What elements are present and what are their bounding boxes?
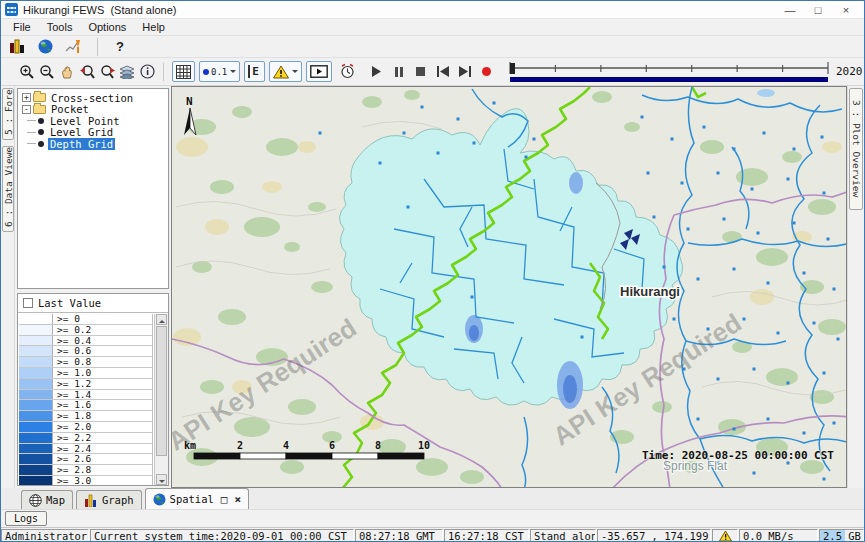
tab-data-viewer[interactable]: 6 : Data Viewer <box>2 146 14 232</box>
menu-help[interactable]: Help <box>134 19 173 35</box>
app-logo-icon <box>5 3 18 16</box>
layers-icon[interactable] <box>117 61 137 83</box>
title-bar: Hikurangi FEWS (Stand alone) — □ × <box>1 1 864 19</box>
tree-expander-icon[interactable]: - <box>22 105 31 114</box>
menu-file[interactable]: File <box>5 19 39 35</box>
pan-hand-icon[interactable] <box>57 61 77 83</box>
warning-icon <box>273 65 289 79</box>
panel-close-icon[interactable]: × <box>234 493 241 506</box>
legend-row-label: >= 1.4 <box>53 390 91 400</box>
tab-spatial[interactable]: Spatial □ × <box>145 488 250 509</box>
legend-row-label: >= 1.6 <box>53 400 91 410</box>
help-icon[interactable]: ? <box>112 39 128 54</box>
timeline-slider[interactable] <box>508 61 830 83</box>
last-value-label: Last Value <box>38 297 101 309</box>
svg-text:6: 6 <box>329 440 335 451</box>
legend-color-swatch <box>19 454 53 464</box>
right-tab-strip: 3 : Plot Overview <box>847 86 864 488</box>
contour-interval-dropdown[interactable]: 0.1 <box>199 61 240 82</box>
status-warning-icon <box>719 530 732 542</box>
legend-color-swatch <box>19 465 53 475</box>
record-button[interactable] <box>476 61 498 83</box>
legend-row-label: >= 3.0 <box>53 476 91 485</box>
legend-color-swatch <box>19 444 53 454</box>
legend-color-swatch <box>19 476 53 485</box>
zoom-out-icon[interactable] <box>37 61 57 83</box>
tree-item-pocket[interactable]: -Pocket <box>22 104 168 116</box>
logs-button[interactable]: Logs <box>5 511 47 526</box>
legend-row-label: >= 2.8 <box>53 465 91 475</box>
legend-color-swatch <box>19 357 53 367</box>
tree-item-label: Level Point <box>48 115 122 127</box>
legend-e-icon: E <box>248 65 261 78</box>
folder-icon <box>33 93 46 102</box>
tab-map[interactable]: Map <box>21 490 73 509</box>
info-icon[interactable] <box>137 61 157 83</box>
tree-expander-icon[interactable]: + <box>22 93 31 102</box>
status-cell-3: 16:27:18 CST <box>444 529 529 542</box>
maximize-button[interactable]: □ <box>804 2 832 18</box>
legend-row: >= 2.2 <box>19 433 152 444</box>
legend-list: >= 0>= 0.2>= 0.4>= 0.6>= 0.8>= 1.0>= 1.2… <box>19 314 153 485</box>
skip-first-button[interactable] <box>432 61 454 83</box>
menu-tools[interactable]: Tools <box>39 19 81 35</box>
menu-bar: File Tools Options Help <box>1 19 864 36</box>
zoom-next-icon[interactable] <box>97 61 117 83</box>
scroll-thumb[interactable] <box>156 326 167 456</box>
menu-options[interactable]: Options <box>80 19 134 35</box>
logs-row: Logs <box>1 510 864 528</box>
legend-scrollbar[interactable] <box>154 314 168 485</box>
warning-dropdown-button[interactable] <box>269 61 302 82</box>
spatial-display-icon[interactable] <box>35 36 55 58</box>
tree-item-label: Cross-section <box>49 92 135 104</box>
timeseries-icon[interactable] <box>63 36 83 58</box>
legend-color-swatch <box>19 314 53 324</box>
scroll-up-icon[interactable] <box>156 314 167 325</box>
tab-graph[interactable]: Graph <box>76 490 142 509</box>
tree-item-level-grid[interactable]: Level Grid <box>22 127 168 139</box>
status-cell-5: -35.657 , 174.199 <box>597 529 711 542</box>
pause-button[interactable] <box>388 61 410 83</box>
database-viewer-icon[interactable] <box>7 36 27 58</box>
status-cell-1: Current system time:2020-09-01 00:00 CST <box>90 529 354 542</box>
minimize-button[interactable]: — <box>776 2 804 18</box>
legend-toggle-button[interactable]: E <box>244 61 265 82</box>
last-value-checkbox[interactable] <box>23 298 33 308</box>
tree-item-level-point[interactable]: Level Point <box>22 115 168 127</box>
stop-button[interactable] <box>410 61 432 83</box>
data-viewer-panel: +Cross-section-PocketLevel PointLevel Gr… <box>15 86 171 488</box>
tab-plot-overview[interactable]: 3 : Plot Overview <box>849 88 863 210</box>
tab-graph-label: Graph <box>102 494 134 506</box>
folder-icon <box>33 105 46 114</box>
map-time-label: Time: 2020-08-25 00:00:00 CST <box>642 449 834 462</box>
legend-color-swatch <box>19 336 53 346</box>
close-button[interactable]: × <box>832 2 860 18</box>
scroll-down-icon[interactable] <box>156 474 167 485</box>
animation-clock-icon[interactable] <box>338 61 358 83</box>
legend-color-swatch <box>19 379 53 389</box>
map-viewport[interactable]: API Key Required API Key Required N Hiku… <box>171 86 847 488</box>
legend-row-label: >= 1.2 <box>53 379 91 389</box>
tree-connector <box>27 143 36 144</box>
legend-color-swatch <box>19 390 53 400</box>
legend-color-swatch <box>19 411 53 421</box>
panel-restore-icon[interactable]: □ <box>221 493 228 506</box>
status-cell-2: 08:27:18 GMT <box>355 529 443 542</box>
tree-item-depth-grid[interactable]: Depth Grid <box>22 138 168 150</box>
legend-row-label: >= 0 <box>53 314 80 324</box>
legend-row: >= 0.2 <box>19 325 152 336</box>
movie-export-button[interactable] <box>306 61 332 82</box>
skip-last-button[interactable] <box>454 61 476 83</box>
svg-text:km: km <box>184 440 196 451</box>
legend-row: >= 1.2 <box>19 379 152 390</box>
grid-toggle-button[interactable] <box>172 61 195 82</box>
tab-forecast[interactable]: 5 : Forecast <box>2 88 14 140</box>
map-toolbar: 0.1 E 2020-08-25 00:00:00 CST <box>1 58 864 86</box>
zoom-previous-icon[interactable] <box>77 61 97 83</box>
tab-spatial-label: Spatial <box>170 493 214 505</box>
tree-item-cross-section[interactable]: +Cross-section <box>22 92 168 104</box>
legend-panel: Last Value >= 0>= 0.2>= 0.4>= 0.6>= 0.8>… <box>17 293 169 486</box>
zoom-in-icon[interactable] <box>17 61 37 83</box>
legend-row: >= 3.0 <box>19 476 152 485</box>
play-button[interactable] <box>366 61 388 83</box>
